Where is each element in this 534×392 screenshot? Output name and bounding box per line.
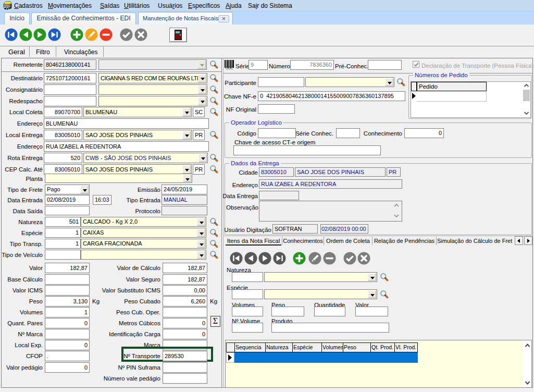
svg-text:OOC: OOC bbox=[226, 66, 233, 69]
